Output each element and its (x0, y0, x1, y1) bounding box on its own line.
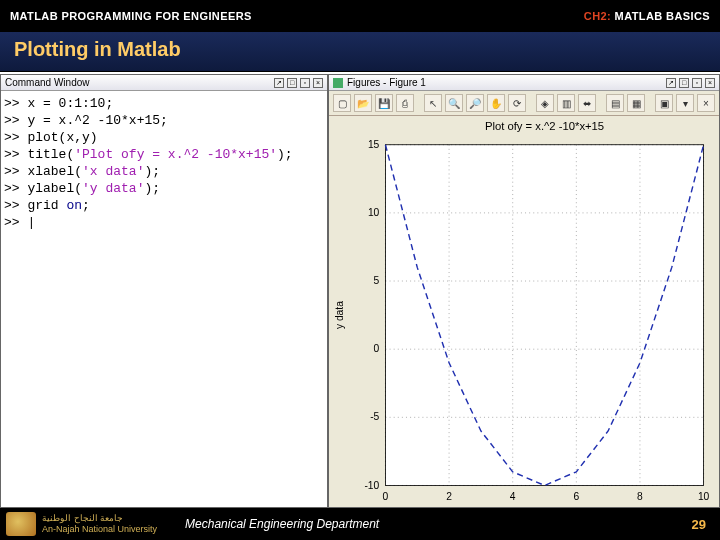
header-right: CH2: MATLAB BASICS (584, 10, 710, 22)
footer-bar: جامعة النجاح الوطنية An-Najah National U… (0, 508, 720, 540)
svg-text:y data: y data (334, 301, 345, 329)
figure-window-title: Figures - Figure 1 (347, 77, 663, 88)
undock-icon[interactable]: ↗ (274, 78, 284, 88)
svg-text:2: 2 (446, 491, 452, 502)
figure-icon (333, 78, 343, 88)
svg-text:-10: -10 (364, 480, 379, 491)
minimize-icon[interactable]: □ (287, 78, 297, 88)
figure-toolbar: ▢📂💾⎙↖🔍🔎✋⟳◈▥⬌▤▦▣▾× (329, 91, 719, 116)
figure-window: Figures - Figure 1 ↗ □ ▫ × ▢📂💾⎙↖🔍🔎✋⟳◈▥⬌▤… (328, 74, 720, 508)
brush-icon[interactable]: ▥ (557, 94, 575, 112)
svg-text:0: 0 (383, 491, 389, 502)
figure-window-titlebar: Figures - Figure 1 ↗ □ ▫ × (329, 75, 719, 91)
minimize-icon[interactable]: □ (679, 78, 689, 88)
command-window: Command Window ↗ □ ▫ × >> x = 0:1:10;>> … (0, 74, 328, 508)
svg-text:15: 15 (368, 139, 380, 150)
university-en: An-Najah National University (42, 524, 157, 535)
close-icon[interactable]: × (697, 94, 715, 112)
undock-icon[interactable]: ↗ (666, 78, 676, 88)
maximize-icon[interactable]: ▫ (692, 78, 702, 88)
svg-text:8: 8 (637, 491, 643, 502)
chapter-title: MATLAB BASICS (615, 10, 710, 22)
plot-area: 0246810-10-5051015Plot ofy = x.^2 -10*x+… (329, 116, 719, 507)
svg-text:-5: -5 (370, 411, 379, 422)
svg-text:4: 4 (510, 491, 516, 502)
university-ar: جامعة النجاح الوطنية (42, 513, 157, 524)
save-icon[interactable]: 💾 (375, 94, 393, 112)
command-window-titlebar: Command Window ↗ □ ▫ × (1, 75, 327, 91)
legend-icon[interactable]: ▦ (627, 94, 645, 112)
department-name: Mechanical Engineering Department (185, 517, 379, 531)
pan-icon[interactable]: ✋ (487, 94, 505, 112)
chart: 0246810-10-5051015Plot ofy = x.^2 -10*x+… (329, 116, 719, 527)
print-icon[interactable]: ⎙ (396, 94, 414, 112)
close-icon[interactable]: × (313, 78, 323, 88)
zoom-in-icon[interactable]: 🔍 (445, 94, 463, 112)
chevron-down-icon[interactable]: ▾ (676, 94, 694, 112)
header-bar: MATLAB PROGRAMMING FOR ENGINEERS CH2: MA… (0, 0, 720, 32)
svg-text:10: 10 (368, 207, 380, 218)
university-name: جامعة النجاح الوطنية An-Najah National U… (42, 513, 157, 535)
datacursor-icon[interactable]: ◈ (536, 94, 554, 112)
dock-icon[interactable]: ▣ (655, 94, 673, 112)
rotate-icon[interactable]: ⟳ (508, 94, 526, 112)
svg-text:6: 6 (573, 491, 579, 502)
colorbar-icon[interactable]: ▤ (606, 94, 624, 112)
svg-text:5: 5 (374, 275, 380, 286)
university-logo (6, 512, 36, 536)
command-window-code[interactable]: >> x = 0:1:10;>> y = x.^2 -10*x+15;>> pl… (1, 91, 327, 235)
chapter-prefix: CH2: (584, 10, 611, 22)
maximize-icon[interactable]: ▫ (300, 78, 310, 88)
command-window-title: Command Window (5, 77, 271, 88)
header-left: MATLAB PROGRAMMING FOR ENGINEERS (10, 10, 252, 22)
slide-title: Plotting in Matlab (0, 32, 720, 72)
link-icon[interactable]: ⬌ (578, 94, 596, 112)
pointer-icon[interactable]: ↖ (424, 94, 442, 112)
svg-text:0: 0 (374, 343, 380, 354)
svg-text:10: 10 (698, 491, 710, 502)
svg-text:Plot ofy = x.^2 -10*x+15: Plot ofy = x.^2 -10*x+15 (485, 120, 604, 132)
open-icon[interactable]: 📂 (354, 94, 372, 112)
page-number: 29 (692, 517, 706, 532)
close-icon[interactable]: × (705, 78, 715, 88)
new-icon[interactable]: ▢ (333, 94, 351, 112)
zoom-out-icon[interactable]: 🔎 (466, 94, 484, 112)
